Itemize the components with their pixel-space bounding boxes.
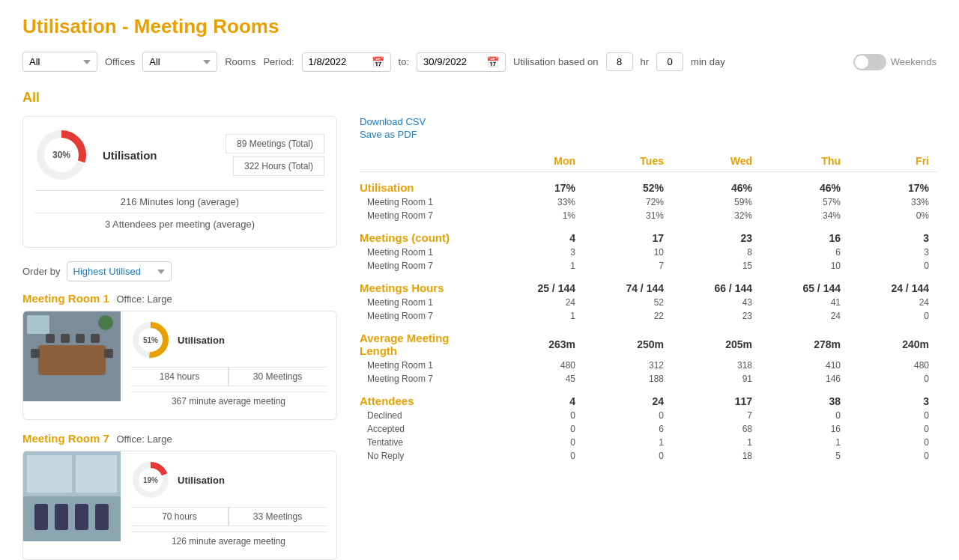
section-value: 46% (671, 172, 760, 196)
room1-hours: 184 hours (131, 367, 229, 386)
section-value: 66 / 144 (671, 273, 760, 296)
section-value: 205m (671, 323, 760, 359)
table-sub-row: Tentative01110 (360, 436, 937, 449)
section-value: 74 / 144 (583, 273, 671, 296)
svg-rect-10 (27, 315, 49, 334)
room1-donut: 51% (131, 320, 170, 359)
room1-stats: 51% Utilisation 184 hours 30 Meetings 36… (121, 311, 336, 419)
sub-row-value: 8 (671, 246, 760, 259)
room1-header: Meeting Room 1 Office: Large (22, 292, 337, 305)
sub-row-label: Meeting Room 7 (360, 372, 494, 386)
section-value: 3 (848, 386, 937, 409)
date-from-input[interactable] (309, 56, 369, 67)
room7-util-label: Utilisation (178, 475, 225, 486)
sub-row-value: 41 (760, 296, 848, 309)
table-section-row: Utilisation17%52%46%46%17% (360, 172, 937, 196)
toggle-knob (855, 55, 868, 69)
summary-stats-right: 89 Meetings (Total) 322 Hours (Total) (226, 134, 324, 176)
date-to-input[interactable] (423, 56, 483, 67)
section-value: 65 / 144 (760, 273, 848, 296)
col-header-tues: Tues (583, 150, 671, 172)
sub-row-value: 5 (760, 449, 848, 463)
page-title: Utilisation - Meeting Rooms (22, 15, 937, 38)
sub-row-value: 410 (760, 359, 848, 372)
weekends-toggle[interactable] (853, 54, 886, 70)
summary-card: 30% Utilisation 89 Meetings (Total) 322 … (22, 116, 337, 248)
section-value: 17 (583, 222, 671, 246)
section-value: 24 / 144 (848, 273, 937, 296)
section-value: 38 (760, 386, 848, 409)
download-csv-link[interactable]: Download CSV (360, 116, 937, 127)
sub-row-value: 318 (671, 359, 760, 372)
room7-donut-label: 19% (143, 476, 158, 484)
table-sub-row: Meeting Room 12452434124 (360, 296, 937, 309)
sub-row-value: 52 (583, 296, 671, 309)
svg-rect-3 (38, 345, 106, 375)
calendar-from-icon[interactable]: 📅 (372, 56, 384, 68)
section-value: 3 (848, 222, 937, 246)
room1-photo (23, 311, 121, 401)
sub-row-value: 1 (494, 309, 583, 323)
section-value: 17% (494, 172, 583, 196)
svg-rect-7 (61, 334, 70, 343)
room1-util-row: 51% Utilisation (131, 320, 326, 359)
order-bar: Order by Highest Utilised (22, 261, 337, 281)
date-from-wrap: 📅 (302, 52, 391, 72)
svg-rect-21 (95, 504, 109, 530)
sub-row-value: 6 (583, 422, 671, 436)
sub-row-value: 1 (671, 436, 760, 449)
table-body: Utilisation17%52%46%46%17%Meeting Room 1… (360, 172, 937, 463)
section-value: 52% (583, 172, 671, 196)
sub-row-value: 10 (583, 246, 671, 259)
room7-stats: 19% Utilisation 70 hours 33 Meetings 126… (121, 451, 336, 559)
room1-card: 51% Utilisation 184 hours 30 Meetings 36… (22, 311, 337, 420)
save-pdf-link[interactable]: Save as PDF (360, 129, 937, 140)
room7-donut: 19% (131, 460, 170, 499)
sub-row-value: 91 (671, 372, 760, 386)
filter1-select[interactable]: All (22, 52, 97, 72)
sub-row-value: 0 (583, 409, 671, 422)
hr-label: hr (641, 56, 650, 67)
col-header-fri: Fri (848, 150, 937, 172)
data-table: Mon Tues Wed Thu Fri Utilisation17%52%46… (360, 150, 937, 463)
table-sub-row: Meeting Room 1310863 (360, 246, 937, 259)
section-value: 24 (583, 386, 671, 409)
room7-meetings: 33 Meetings (229, 507, 326, 526)
sub-row-value: 0 (848, 409, 937, 422)
room1-donut-label: 51% (143, 336, 158, 344)
sub-row-value: 24 (848, 296, 937, 309)
sub-row-value: 24 (494, 296, 583, 309)
section-name: Meetings Hours (360, 273, 494, 296)
order-by-select[interactable]: Highest Utilised (67, 261, 172, 281)
sub-row-value: 0 (848, 436, 937, 449)
room-section-7: Meeting Room 7 Office: Large (22, 432, 337, 560)
sub-row-value: 312 (583, 359, 671, 372)
section-value: 278m (760, 323, 848, 359)
offices-label: Offices (105, 56, 135, 67)
date-to-wrap: 📅 (417, 52, 506, 72)
svg-rect-6 (46, 334, 55, 343)
sub-row-value: 1 (760, 436, 848, 449)
sub-row-label: Meeting Room 1 (360, 246, 494, 259)
right-panel: Download CSV Save as PDF Mon Tues Wed Th… (360, 116, 937, 560)
svg-rect-19 (55, 504, 68, 530)
sub-row-value: 188 (583, 372, 671, 386)
minutes-avg-stat: 216 Minutes long (average) (35, 190, 324, 213)
hr-input[interactable] (606, 52, 633, 71)
sub-row-label: Meeting Room 1 (360, 296, 494, 309)
min-input[interactable] (656, 52, 683, 71)
summary-top: 30% Utilisation 89 Meetings (Total) 322 … (35, 129, 324, 181)
room1-name: Meeting Room 1 (22, 292, 109, 305)
col-header-mon: Mon (494, 150, 583, 172)
sub-row-label: Meeting Room 7 (360, 209, 494, 222)
section-value: 240m (848, 323, 937, 359)
sub-row-label: Declined (360, 409, 494, 422)
svg-rect-4 (31, 349, 40, 358)
table-sub-row: Meeting Room 1480312318410480 (360, 359, 937, 372)
svg-rect-9 (91, 334, 100, 343)
hours-total-stat: 322 Hours (Total) (233, 156, 324, 176)
filter2-select[interactable]: All (142, 52, 217, 72)
room7-card: 19% Utilisation 70 hours 33 Meetings 126… (22, 451, 337, 560)
sub-row-value: 33% (848, 195, 937, 209)
calendar-to-icon[interactable]: 📅 (486, 56, 499, 68)
